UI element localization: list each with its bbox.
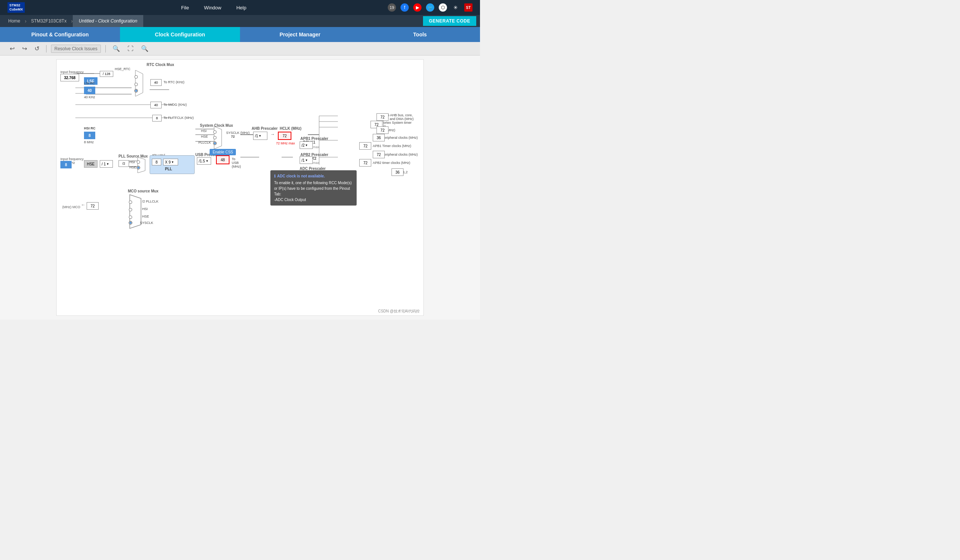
pll-mux-shape	[134, 157, 148, 174]
ahb-prescaler-label: AHB Prescaler	[252, 126, 277, 131]
apb2-timer-row: X 1 → 72 APB2 timer clocks (MHz)	[359, 160, 421, 165]
hse-rtc-label: HSE_RTC	[115, 67, 131, 71]
tab-tools[interactable]: Tools	[360, 27, 480, 42]
nav-help[interactable]: Help	[236, 5, 246, 11]
mco-hsi-label: HSI	[142, 207, 148, 211]
nav-file[interactable]: File	[181, 5, 189, 11]
svg-point-46	[130, 222, 132, 224]
fit-button[interactable]: ⛶	[125, 45, 136, 53]
svg-point-36	[214, 142, 216, 144]
hsi-value-box: 8	[84, 132, 95, 139]
apb1-timer-label: APB1 Timer clocks (MHz)	[373, 144, 421, 148]
input-freq-value[interactable]: 32.768	[60, 74, 79, 82]
tab-clock[interactable]: Clock Configuration	[120, 27, 240, 42]
star-icon[interactable]: ✳	[451, 3, 460, 12]
adc-tooltip: ℹ ADC clock is not available. To enable …	[270, 170, 357, 206]
to-rtc-value: 40	[150, 79, 162, 86]
facebook-icon[interactable]: f	[400, 3, 409, 12]
lsi-unit-label: 40 KHz	[84, 95, 95, 99]
svg-point-34	[213, 136, 216, 139]
mco-val: 72	[86, 202, 99, 210]
tooltip-info-icon: ℹ	[274, 173, 276, 179]
apb2-div-dropdown[interactable]: /1	[300, 157, 313, 164]
hclk-value-box[interactable]: 72	[278, 132, 291, 140]
hclk-max: 72 MHz max	[276, 141, 295, 145]
mco-arrow: ←	[81, 202, 85, 207]
diagram-lines	[57, 60, 423, 307]
to-iwdg-label: To IWDG (KHz)	[163, 103, 187, 107]
fclk-val: 72	[376, 126, 389, 134]
ahb-prescaler-dropdown[interactable]: /1	[253, 132, 267, 140]
notification-badge[interactable]: 19	[388, 3, 396, 12]
hsi-pll-label: HSI	[130, 160, 135, 164]
bc-home[interactable]: Home	[4, 15, 25, 27]
usb-div-dropdown[interactable]: /1.5	[197, 157, 211, 165]
toolbar: ↩ ↪ ↺ Resolve Clock Issues 🔍 ⛶ 🔍	[0, 42, 480, 56]
tooltip-line2: or IP(s) have to be configured from the …	[274, 186, 353, 197]
apb2-periph-val: 72	[373, 151, 385, 158]
input-freq2-val[interactable]: 8	[60, 161, 72, 168]
refresh-button[interactable]: ↺	[32, 44, 42, 53]
generate-code-button[interactable]: GENERATE CODE	[423, 16, 476, 26]
header: STM32CubeMX File Window Help 19 f ▶ 🐦 ⬡ …	[0, 0, 480, 15]
to-flit-label: To FLITFCLK (MHz)	[163, 116, 194, 120]
rtc-mux-shape	[132, 70, 147, 96]
rtc-mux	[132, 70, 147, 97]
apb1-timer-row: X 2 → 72 APB1 Timer clocks (MHz)	[359, 143, 421, 149]
pllclk-label: PLLCLK	[198, 141, 211, 144]
svg-point-43	[129, 208, 132, 211]
canvas: RTC Clock Mux Input frequency 32.768 0-1…	[56, 59, 424, 316]
youtube-icon[interactable]: ▶	[413, 3, 421, 12]
st-icon[interactable]: ST	[464, 3, 472, 12]
zoom-in-button[interactable]: 🔍	[110, 44, 122, 53]
mco-sysclk-label: SYSCLK	[140, 221, 154, 225]
svg-point-40	[138, 167, 139, 169]
hse-mux-label: HSE	[201, 134, 208, 138]
mco-output-label: (MHz) MCO	[62, 205, 80, 209]
hsi-mux-label: HSI	[201, 129, 206, 133]
undo-button[interactable]: ↩	[8, 44, 17, 53]
mco-pllclk2-label: /2 PLLCLK	[142, 200, 158, 203]
logo-area: STM32CubeMX	[8, 2, 25, 13]
svg-point-28	[134, 75, 138, 78]
github-icon[interactable]: ⬡	[439, 3, 447, 12]
lsi-value-box: 40	[84, 86, 95, 94]
resolve-clock-issues-button[interactable]: Resolve Clock Issues	[51, 45, 101, 53]
apb1-periph-row: 36 APB1 peripheral clocks (MHz)	[373, 136, 421, 139]
usb-value-box[interactable]: 48	[216, 155, 229, 164]
input-freq2-area: Input frequency 8 4-16 MHz	[60, 157, 84, 165]
pll-area: 8 X 9 PLL	[150, 155, 195, 174]
pll-mul-dropdown[interactable]: X 9	[163, 158, 178, 165]
nav-menu: File Window Help	[40, 5, 388, 11]
apb1-div-dropdown[interactable]: /2	[300, 141, 313, 149]
twitter-icon[interactable]: 🐦	[426, 3, 434, 12]
tooltip-title: ADC clock is not available.	[277, 173, 325, 179]
arrow-to-hclk: →	[270, 132, 275, 137]
to-iwdg-value: 40	[150, 102, 162, 109]
to-rtc-label: To RTC (KHz)	[163, 80, 184, 84]
nav-window[interactable]: Window	[204, 5, 221, 11]
hclk-ahb-val: 72	[376, 113, 389, 121]
zoom-out-button[interactable]: 🔍	[139, 44, 151, 53]
to-flit-value: 8	[152, 115, 162, 122]
rtc-clock-mux-label: RTC Clock Mux	[147, 62, 174, 67]
svg-point-44	[129, 216, 132, 219]
lsi-rc-label: LSI RC	[84, 82, 95, 85]
breadcrumb: Home › STM32F103C8Tx › Untitled - Clock …	[0, 15, 480, 27]
enable-css-button[interactable]: Enable CSS	[210, 149, 236, 155]
tab-project[interactable]: Project Manager	[240, 27, 360, 42]
apb1-timer-val: 72	[359, 142, 371, 150]
tooltip-line3: -ADC Clock Output	[274, 197, 353, 203]
redo-button[interactable]: ↪	[20, 44, 29, 53]
apb2-timer-val: 72	[359, 159, 371, 166]
sysclk-val: 72	[231, 134, 235, 138]
tab-bar: Pinout & Configuration Clock Configurati…	[0, 27, 480, 42]
mco-hse-label: HSE	[142, 214, 149, 218]
svg-point-31	[135, 90, 137, 92]
apb2-periph-row: 72 APB2 peripheral clocks (MHz)	[373, 153, 421, 157]
bc-chip[interactable]: STM32F103C8Tx	[27, 15, 71, 27]
svg-point-33	[213, 131, 216, 134]
hsi-rc-label: HSI RC	[84, 126, 96, 130]
tab-pinout[interactable]: Pinout & Configuration	[0, 27, 120, 42]
hse-div1-dropdown[interactable]: / 1	[100, 160, 113, 168]
